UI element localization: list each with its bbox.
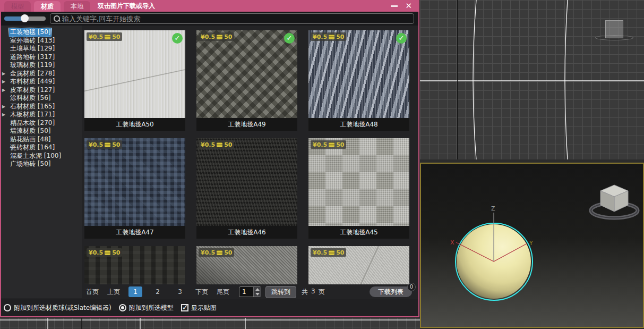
tab-model[interactable]: 模型 xyxy=(4,1,31,12)
radio-icon[interactable] xyxy=(119,304,126,311)
price-label: ¥0.5 xyxy=(201,249,215,256)
coin-count: 50 xyxy=(112,141,120,148)
page-button-2[interactable]: 2 xyxy=(151,286,165,297)
sidebar-item-tiehua-tiehua[interactable]: 贴花贴画 [48] xyxy=(1,136,82,144)
first-page-button[interactable]: 首页 xyxy=(82,288,103,297)
viewport-bottom-lines xyxy=(0,318,420,329)
axis-y-label: Y xyxy=(529,240,533,247)
material-thumbnail[interactable]: ¥0.550 xyxy=(196,138,297,226)
viewcube-icon[interactable] xyxy=(605,20,623,38)
coin-icon xyxy=(217,35,222,39)
sidebar-item-jingpin-muwen[interactable]: 精品木纹 [270] xyxy=(1,119,82,128)
jump-to-button[interactable]: 跳转到 xyxy=(265,286,296,298)
coin-count: 50 xyxy=(112,249,120,256)
coin-count: 50 xyxy=(336,33,344,40)
prev-page-button[interactable]: 上页 xyxy=(103,288,124,297)
coin-count: 50 xyxy=(224,249,232,256)
material-thumbnail[interactable]: ¥0.550 xyxy=(84,30,185,118)
sidebar-item-turang-caodi[interactable]: 土壤草地 [129] xyxy=(1,45,82,53)
coin-count: 50 xyxy=(336,141,344,148)
sidebar-item-buliao-caizhi[interactable]: 布料材质 [449] xyxy=(1,78,82,86)
sidebar-item-shiwai-qiangzhuan[interactable]: 室外墙砖 [413] xyxy=(1,37,82,45)
price-badge: ¥0.550 xyxy=(311,140,346,149)
material-thumbnail[interactable]: ¥0.550 xyxy=(308,30,409,118)
material-thumbnail[interactable]: ¥0.550 xyxy=(308,138,409,226)
material-row: ¥0.550 工装地毯A50 ¥0.550 工装地毯A49 ¥0.550 xyxy=(84,30,418,131)
material-card[interactable]: ¥0.550 工装地毯A47 xyxy=(84,138,185,239)
coin-icon xyxy=(329,142,334,147)
material-name: 工装地毯A48 xyxy=(308,118,409,131)
show-map-option[interactable]: 显示贴图 xyxy=(181,303,217,313)
sidebar-item-shicai-caizhi[interactable]: 石材材质 [165] xyxy=(1,103,82,111)
sidebar-item-muban-caizhi[interactable]: 木板材质 [171] xyxy=(1,111,82,119)
material-grid: ¥0.550 工装地毯A50 ¥0.550 工装地毯A49 ¥0.550 xyxy=(82,26,418,284)
material-name: 工装地毯A45 xyxy=(308,226,409,239)
pagination-bar: 首页 上页 1 2 3 下页 尾页 跳转到 共 3 页 下载列表 0 xyxy=(82,284,418,299)
slider-knob[interactable] xyxy=(21,14,29,22)
price-badge: ¥0.550 xyxy=(87,248,122,257)
material-thumbnail[interactable]: ¥0.550 xyxy=(308,246,409,284)
material-card[interactable]: ¥0.550 工装地毯A50 xyxy=(84,30,185,131)
next-page-button[interactable]: 下页 xyxy=(191,288,212,297)
material-card[interactable]: ¥0.550 xyxy=(196,246,297,284)
page-button-1[interactable]: 1 xyxy=(128,286,142,297)
price-label: ¥0.5 xyxy=(201,33,215,40)
material-card[interactable]: ¥0.550 工装地毯A48 xyxy=(308,30,409,131)
material-thumbnail[interactable]: ¥0.550 xyxy=(84,138,185,226)
attach-model-option[interactable]: 附加到所选模型 xyxy=(119,303,174,313)
coin-count: 50 xyxy=(224,141,232,148)
minimize-icon[interactable] xyxy=(391,5,398,7)
page-button-3[interactable]: 3 xyxy=(173,286,187,297)
spinner-up-icon[interactable] xyxy=(254,287,261,292)
material-card[interactable]: ¥0.550 工装地毯A45 xyxy=(308,138,409,239)
downloaded-check-icon xyxy=(172,33,183,44)
radio-icon[interactable] xyxy=(4,304,11,311)
material-thumbnail[interactable]: ¥0.550 xyxy=(84,246,185,284)
sidebar-item-pige-caizhi[interactable]: 皮革材质 [127] xyxy=(1,86,82,95)
last-page-button[interactable]: 尾页 xyxy=(212,288,234,297)
thumbnail-size-slider[interactable] xyxy=(4,16,46,21)
price-badge: ¥0.550 xyxy=(311,248,346,257)
sidebar-item-tuliao-caizhi[interactable]: 涂料材质 [56] xyxy=(1,94,82,103)
attach-material-option[interactable]: 附加到所选材质球(或Slate编辑器) xyxy=(4,303,111,313)
download-list-button[interactable]: 下载列表 xyxy=(370,286,412,297)
sidebar-item-qiangqi-caizhi[interactable]: 墙漆材质 [50] xyxy=(1,127,82,136)
page-jump-input[interactable] xyxy=(239,287,253,297)
material-card[interactable]: ¥0.550 xyxy=(308,246,409,284)
material-thumbnail[interactable]: ¥0.550 xyxy=(196,246,297,284)
category-list: 工装地毯 [50] 室外墙砖 [413] 土壤草地 [129] 道路地砖 [31… xyxy=(1,28,82,168)
material-thumbnail[interactable]: ¥0.550 xyxy=(196,30,297,118)
material-card[interactable]: ¥0.550 xyxy=(84,246,185,284)
total-pages-text: 共 3 页 xyxy=(302,288,325,297)
viewport-perspective[interactable]: Z X Y xyxy=(420,163,644,328)
viewcube-perspective-icon xyxy=(591,185,638,218)
material-card[interactable]: ¥0.550 工装地毯A49 xyxy=(196,30,297,131)
price-badge: ¥0.550 xyxy=(87,32,122,41)
material-card[interactable]: ¥0.550 工装地毯A46 xyxy=(196,138,297,239)
tab-local[interactable]: 本地 xyxy=(64,1,90,12)
sidebar-item-daolu-dizhuan[interactable]: 道路地砖 [317] xyxy=(1,53,82,62)
sidebar-item-hunningtu-shuini[interactable]: 混凝土水泥 [100] xyxy=(1,152,82,161)
sidebar-item-guangchang-dizhuan[interactable]: 广场地砖 [50] xyxy=(1,160,82,168)
price-label: ¥0.5 xyxy=(89,249,103,256)
coin-count: 50 xyxy=(112,33,120,40)
tab-material[interactable]: 材质 xyxy=(34,1,61,12)
spinner-down-icon[interactable] xyxy=(254,292,261,297)
sidebar-item-boli-caizhi[interactable]: 玻璃材质 [119] xyxy=(1,61,82,70)
options-row: 附加到所选材质球(或Slate编辑器) 附加到所选模型 显示贴图 xyxy=(1,299,418,316)
price-label: ¥0.5 xyxy=(89,141,103,148)
titlebar-hint: 双击图片下载或导入 xyxy=(98,2,155,11)
viewport-bottom-strip[interactable] xyxy=(0,318,420,329)
sidebar-item-cizhuan-caizhi[interactable]: 瓷砖材质 [164] xyxy=(1,144,82,152)
coin-icon xyxy=(329,35,334,39)
close-icon[interactable] xyxy=(405,2,412,10)
search-row xyxy=(1,12,418,26)
checkbox-icon[interactable] xyxy=(181,304,188,311)
viewport-front[interactable] xyxy=(420,0,644,159)
sidebar-item-jinshu-caizhi[interactable]: 金属材质 [278] xyxy=(1,70,82,78)
download-count-badge: 0 xyxy=(407,283,416,291)
material-library-panel: 模型 材质 本地 双击图片下载或导入 工装地毯 [50] 室外墙砖 [413] … xyxy=(0,0,419,317)
search-input[interactable] xyxy=(62,15,414,23)
total-prefix: 共 xyxy=(302,288,308,297)
sidebar-item-gongzhuang-ditan[interactable]: 工装地毯 [50] xyxy=(1,28,82,37)
